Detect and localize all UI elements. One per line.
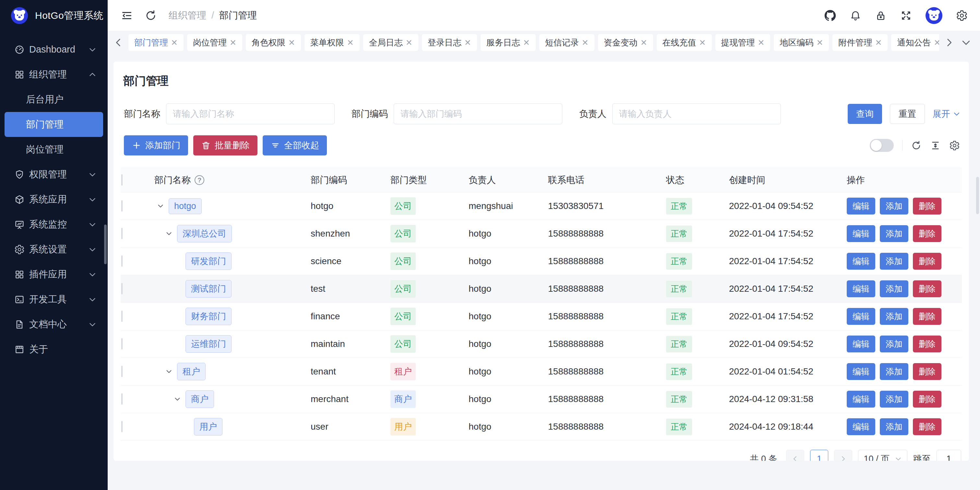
delete-button[interactable]: 删除 [913,225,942,242]
edit-button[interactable]: 编辑 [847,280,875,297]
tab-close-icon[interactable]: ✕ [465,38,471,47]
expand-link[interactable]: 展开 [933,108,961,120]
query-button[interactable]: 查询 [848,104,882,124]
tab-短信记录[interactable]: 短信记录✕ [539,34,594,51]
dept-name-tag[interactable]: 研发部门 [186,252,232,270]
settings-gear-icon[interactable] [956,10,968,21]
jump-to-input[interactable] [937,450,961,461]
add-button[interactable]: 添加 [880,363,908,380]
dept-name-tag[interactable]: 租户 [177,363,205,380]
dept-name-tag[interactable]: hotgo [169,198,202,214]
delete-button[interactable]: 删除 [913,308,942,325]
tab-close-icon[interactable]: ✕ [523,38,530,47]
dept-code-input[interactable] [394,104,562,124]
delete-button[interactable]: 删除 [913,280,942,297]
delete-button[interactable]: 删除 [913,418,942,435]
tree-expand-icon[interactable] [173,395,181,403]
tab-通知公告[interactable]: 通知公告✕ [891,34,939,51]
tab-close-icon[interactable]: ✕ [699,38,706,47]
row-checkbox[interactable] [121,393,123,405]
tab-部门管理[interactable]: 部门管理✕ [129,34,183,51]
table-density-icon[interactable] [930,140,941,151]
row-checkbox[interactable] [121,228,123,239]
tree-expand-icon[interactable] [165,367,173,376]
add-button[interactable]: 添加 [880,225,908,242]
edit-button[interactable]: 编辑 [847,391,875,408]
dept-name-tag[interactable]: 用户 [194,418,223,436]
add-button[interactable]: 添加 [880,280,908,297]
add-dept-button[interactable]: 添加部门 [124,135,188,155]
tab-菜单权限[interactable]: 菜单权限✕ [304,34,360,51]
select-all-checkbox[interactable] [121,174,123,186]
tree-expand-icon[interactable] [156,202,165,210]
tab-提现管理[interactable]: 提现管理✕ [715,34,770,51]
add-button[interactable]: 添加 [880,198,908,214]
sidebar-item-system-monitor[interactable]: 系统监控 [0,212,108,237]
refresh-icon[interactable] [145,10,157,22]
tab-close-icon[interactable]: ✕ [816,38,823,47]
tabs-scroll-right-icon[interactable] [944,37,955,48]
breadcrumb-section[interactable]: 组织管理 [169,9,206,22]
add-button[interactable]: 添加 [880,335,908,353]
edit-button[interactable]: 编辑 [847,198,875,214]
edit-button[interactable]: 编辑 [847,225,875,242]
tab-close-icon[interactable]: ✕ [230,38,236,47]
tab-close-icon[interactable]: ✕ [582,38,589,47]
tab-登录日志[interactable]: 登录日志✕ [422,34,477,51]
delete-button[interactable]: 删除 [913,391,942,408]
tab-close-icon[interactable]: ✕ [347,38,354,47]
sidebar-item-dept-management[interactable]: 部门管理 [5,112,103,137]
sidebar-item-about[interactable]: 关于 [0,337,108,362]
tab-close-icon[interactable]: ✕ [288,38,295,47]
lock-screen-icon[interactable] [875,10,887,21]
sidebar-item-post-management[interactable]: 岗位管理 [5,137,103,162]
tab-岗位管理[interactable]: 岗位管理✕ [187,34,242,51]
prev-page-button[interactable] [786,450,804,461]
row-checkbox[interactable] [121,255,123,267]
next-page-button[interactable] [834,450,852,461]
tab-close-icon[interactable]: ✕ [406,38,412,47]
edit-button[interactable]: 编辑 [847,308,875,325]
tab-close-icon[interactable]: ✕ [934,38,939,47]
tab-附件管理[interactable]: 附件管理✕ [832,34,888,51]
edit-button[interactable]: 编辑 [847,335,875,353]
row-checkbox[interactable] [121,283,123,294]
dept-name-tag[interactable]: 财务部门 [186,308,232,325]
sidebar-scrollbar[interactable] [104,225,107,264]
github-icon[interactable] [824,10,836,21]
current-page-button[interactable]: 1 [810,450,828,461]
row-checkbox[interactable] [121,338,123,350]
page-size-select[interactable]: 10 / 页 [858,450,907,461]
tab-服务日志[interactable]: 服务日志✕ [480,34,536,51]
content-scrollbar[interactable] [976,177,979,214]
sidebar-item-dev-tools[interactable]: 开发工具 [0,287,108,312]
sidebar-item-system-apps[interactable]: 系统应用 [0,187,108,212]
dept-name-tag[interactable]: 测试部门 [186,280,232,298]
owner-input[interactable] [612,104,781,124]
row-checkbox[interactable] [121,366,123,377]
sidebar-item-doc-center[interactable]: 文档中心 [0,312,108,337]
row-checkbox[interactable] [121,421,123,432]
dept-name-input[interactable] [166,104,335,124]
table-refresh-icon[interactable] [911,140,922,151]
add-button[interactable]: 添加 [880,391,908,408]
sidebar-collapse-icon[interactable] [121,10,133,22]
tab-close-icon[interactable]: ✕ [758,38,765,47]
add-button[interactable]: 添加 [880,253,908,270]
tabs-scroll-left-icon[interactable] [113,37,124,48]
striped-toggle[interactable] [870,139,894,152]
tab-资金变动[interactable]: 资金变动✕ [598,34,653,51]
row-checkbox[interactable] [121,311,123,322]
delete-button[interactable]: 删除 [913,335,942,353]
tab-全局日志[interactable]: 全局日志✕ [363,34,418,51]
sidebar-item-system-settings[interactable]: 系统设置 [0,237,108,262]
add-button[interactable]: 添加 [880,418,908,435]
edit-button[interactable]: 编辑 [847,253,875,270]
tab-地区编码[interactable]: 地区编码✕ [774,34,829,51]
tab-在线充值[interactable]: 在线充值✕ [657,34,712,51]
sidebar-item-backend-users[interactable]: 后台用户 [5,87,103,112]
dept-name-tag[interactable]: 深圳总公司 [177,225,232,243]
tab-close-icon[interactable]: ✕ [875,38,882,47]
batch-delete-button[interactable]: 批量删除 [193,135,258,155]
tab-角色权限[interactable]: 角色权限✕ [246,34,301,51]
